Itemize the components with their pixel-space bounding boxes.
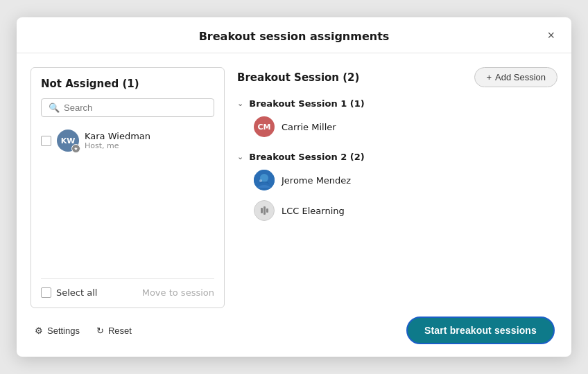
avatar-lcc [254, 200, 275, 221]
left-panel: Not Assigned (1) 🔍 KW ★ Kara Wiedman Hos… [31, 67, 225, 308]
session-1-header[interactable]: ⌄ Breakout Session 1 (1) [237, 96, 557, 112]
start-breakout-sessions-button[interactable]: Start breakout sessions [406, 317, 555, 344]
left-panel-footer: Select all Move to session [41, 278, 214, 308]
session-1-participants: CM Carrie Miller [237, 112, 557, 142]
avatar-jm [254, 170, 275, 190]
breakout-session-title: Breakout Session (2) [237, 71, 359, 84]
chevron-down-icon: ⌄ [237, 99, 243, 108]
search-box: 🔍 [41, 98, 214, 117]
participant-name: Kara Wiedman [85, 131, 150, 141]
modal-header: Breakout session assignments × [17, 17, 571, 53]
plus-icon: + [486, 72, 492, 82]
reset-icon: ↻ [96, 326, 104, 336]
select-all-row: Select all [41, 287, 97, 298]
modal-title: Breakout session assignments [199, 30, 390, 43]
bar-icon [261, 208, 263, 213]
reset-label: Reset [108, 326, 132, 336]
participant-jerome-mendez: Jerome Mendez [282, 175, 351, 186]
footer-left: ⚙ Settings ↻ Reset [33, 323, 133, 339]
settings-label: Settings [47, 326, 80, 336]
close-button[interactable]: × [543, 28, 559, 43]
session-1-name: Breakout Session 1 (1) [249, 98, 364, 109]
host-badge: ★ [71, 144, 80, 153]
search-icon: 🔍 [49, 103, 60, 113]
session-group-1: ⌄ Breakout Session 1 (1) CM Carrie Mille… [237, 96, 557, 142]
select-all-checkbox[interactable] [41, 287, 51, 298]
bar-icon [266, 208, 268, 213]
modal-body: Not Assigned (1) 🔍 KW ★ Kara Wiedman Hos… [17, 53, 571, 308]
reset-button[interactable]: ↻ Reset [95, 323, 133, 339]
right-panel-header: Breakout Session (2) + Add Session [237, 67, 557, 87]
chevron-down-icon: ⌄ [237, 152, 243, 161]
avatar: KW ★ [57, 130, 79, 152]
not-assigned-title: Not Assigned (1) [41, 78, 214, 90]
sessions-list: ⌄ Breakout Session 1 (1) CM Carrie Mille… [237, 96, 557, 308]
session-group-2: ⌄ Breakout Session 2 (2) [237, 149, 557, 226]
session-2-header[interactable]: ⌄ Breakout Session 2 (2) [237, 149, 557, 165]
add-session-label: Add Session [495, 72, 546, 82]
session-2-name: Breakout Session 2 (2) [249, 152, 364, 162]
avatar-lcc-inner [261, 206, 268, 215]
move-to-session-button[interactable]: Move to session [142, 287, 214, 298]
participant-lcc-elearning: LCC Elearning [282, 206, 345, 216]
search-input[interactable] [64, 103, 207, 113]
settings-button[interactable]: ⚙ Settings [33, 323, 81, 339]
gear-icon: ⚙ [35, 326, 43, 336]
participant-carrie-miller: Carrie Miller [282, 122, 336, 132]
session-2-participants: Jerome Mendez LCC Elearning [237, 165, 557, 226]
bar-icon [263, 206, 266, 215]
svg-point-2 [259, 179, 262, 182]
modal-footer: ⚙ Settings ↻ Reset Start breakout sessio… [17, 308, 571, 357]
table-row: KW ★ Kara Wiedman Host, me [41, 125, 214, 156]
participant-list: KW ★ Kara Wiedman Host, me [41, 125, 214, 273]
participant-role: Host, me [85, 141, 150, 150]
avatar-cm: CM [254, 116, 275, 137]
list-item: LCC Elearning [254, 195, 557, 226]
list-item: Jerome Mendez [254, 165, 557, 195]
participant-info: Kara Wiedman Host, me [85, 131, 150, 150]
list-item: CM Carrie Miller [254, 112, 557, 142]
select-all-label: Select all [56, 287, 97, 298]
right-panel: Breakout Session (2) + Add Session ⌄ Bre… [237, 67, 557, 308]
add-session-button[interactable]: + Add Session [474, 67, 557, 87]
participant-checkbox[interactable] [41, 136, 51, 146]
modal: Breakout session assignments × Not Assig… [17, 17, 571, 357]
